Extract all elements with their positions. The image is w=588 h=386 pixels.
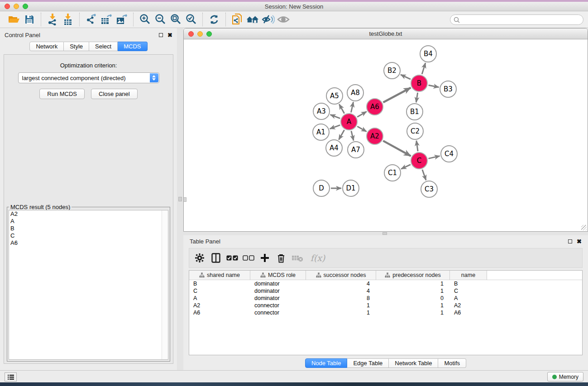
zoom-fit-icon[interactable] (169, 13, 182, 26)
table-cell[interactable]: dominator (250, 280, 306, 287)
show-all-networks-icon[interactable] (246, 13, 259, 26)
table-cell[interactable]: A (189, 295, 250, 302)
graph-edge-A2-C[interactable] (383, 141, 411, 156)
graph-node-A[interactable]: A (340, 113, 358, 130)
graph-edge-A-A7[interactable] (351, 131, 354, 140)
table-cell[interactable]: 0 (376, 295, 450, 302)
graph-node-B1[interactable]: B1 (406, 103, 423, 120)
export-network-icon[interactable] (84, 13, 98, 26)
save-session-icon[interactable] (23, 13, 36, 26)
scrollbar[interactable] (162, 210, 168, 359)
delete-column-icon[interactable] (274, 251, 288, 265)
network-window-title-bar[interactable]: testGlobe.txt (184, 29, 588, 39)
float-panel-icon[interactable] (568, 239, 572, 243)
graph-edge-B-B2[interactable] (401, 75, 411, 79)
table-cell[interactable]: 4 (306, 280, 376, 287)
graph-edge-B-B4[interactable] (422, 63, 425, 74)
graph-node-B3[interactable]: B3 (440, 81, 457, 98)
table-cell[interactable]: 1 (306, 309, 376, 316)
table-cell[interactable]: 1 (376, 280, 450, 287)
graph-edge-B-B1[interactable] (416, 93, 417, 103)
graph-node-A2[interactable]: A2 (366, 128, 383, 145)
graph-node-C2[interactable]: C2 (406, 123, 424, 140)
graph-edge-A-A5[interactable] (339, 104, 344, 113)
graph-node-A5[interactable]: A5 (326, 87, 343, 105)
table-cell[interactable]: dominator (250, 295, 306, 302)
horizontal-splitter[interactable] (183, 232, 588, 235)
graph-edge-B-B3[interactable] (429, 85, 439, 87)
tab-style[interactable]: Style (64, 42, 89, 51)
table-cell[interactable]: A2 (189, 302, 250, 309)
memory-button[interactable]: Memory (547, 372, 583, 381)
import-table-icon[interactable] (61, 13, 75, 26)
table-row[interactable]: Cdominator41C (189, 287, 582, 295)
graph-edge-A-A8[interactable] (351, 102, 353, 113)
graph-node-B[interactable]: B (411, 75, 428, 92)
zoom-out-icon[interactable] (153, 13, 167, 26)
split-panel-icon[interactable] (209, 251, 223, 265)
column-header-successor-nodes[interactable]: successor nodes (306, 271, 376, 280)
mcds-result-item[interactable]: B (9, 225, 168, 232)
criterion-dropdown[interactable]: largest connected component (directed) (18, 72, 159, 83)
tab-edge-table[interactable]: Edge Table (347, 358, 389, 368)
graph-edge-C-C1[interactable] (401, 165, 411, 169)
new-session-from-network-icon[interactable] (230, 13, 244, 26)
tab-motifs[interactable]: Motifs (438, 358, 466, 368)
graph-edge-C-C4[interactable] (428, 156, 440, 159)
graph-edge-A6-B[interactable] (383, 88, 411, 102)
table-cell[interactable]: 1 (376, 287, 450, 295)
graph-node-D[interactable]: D (313, 180, 330, 197)
splitter-handle[interactable] (178, 197, 182, 201)
settings-gear-icon[interactable] (193, 251, 206, 265)
task-history-button[interactable] (5, 372, 17, 381)
mcds-result-item[interactable]: C (9, 232, 168, 239)
graph-edge-C-C3[interactable] (422, 170, 426, 180)
float-panel-icon[interactable] (159, 33, 163, 37)
open-session-icon[interactable] (7, 13, 21, 26)
tab-select[interactable]: Select (89, 42, 118, 51)
graph-node-C4[interactable]: C4 (440, 145, 458, 162)
table-cell[interactable]: C (189, 287, 250, 295)
mcds-result-item[interactable]: A2 (9, 210, 168, 218)
network-canvas[interactable]: B4B2BB3A8A5A6A3B1AC2A1A2A4A7C4CC1C3DD1 (184, 39, 588, 231)
graph-node-D1[interactable]: D1 (342, 180, 359, 197)
graph-node-B4[interactable]: B4 (420, 45, 437, 62)
table-row[interactable]: A6connector11A6 (189, 309, 582, 316)
refresh-icon[interactable] (207, 13, 221, 26)
graph-edge-A-A4[interactable] (339, 130, 344, 139)
node-table[interactable]: shared nameMCDS rolesuccessor nodesprede… (189, 270, 583, 355)
table-cell[interactable]: B (189, 280, 250, 287)
graph-node-C[interactable]: C (411, 152, 428, 169)
close-panel-icon[interactable]: ✖ (577, 239, 582, 243)
tab-network[interactable]: Network (29, 42, 64, 51)
graph-node-B2[interactable]: B2 (383, 62, 401, 79)
table-cell[interactable]: 1 (376, 302, 450, 309)
table-cell[interactable]: dominator (250, 287, 306, 295)
tab-network-table[interactable]: Network Table (389, 358, 438, 368)
splitter-handle[interactable] (382, 232, 387, 235)
select-all-icon[interactable] (225, 251, 239, 265)
table-cell[interactable]: connector (250, 309, 306, 316)
graph-node-A6[interactable]: A6 (366, 98, 383, 115)
close-panel-icon[interactable]: ✖ (167, 33, 172, 37)
graph-edge-A-A3[interactable] (330, 114, 340, 118)
table-cell[interactable]: A6 (189, 309, 250, 316)
table-cell[interactable]: B (450, 280, 487, 287)
import-network-icon[interactable] (46, 13, 59, 26)
canvas-handle[interactable] (184, 197, 186, 202)
vertical-splitter[interactable] (177, 28, 183, 370)
column-header-MCDS-role[interactable]: MCDS role (250, 271, 306, 280)
zoom-in-icon[interactable] (138, 13, 152, 26)
graph-edge-A-A2[interactable] (357, 126, 366, 131)
table-cell[interactable]: 1 (376, 309, 450, 316)
table-row[interactable]: A2connector11A2 (189, 302, 582, 309)
column-header-name[interactable]: name (450, 271, 487, 280)
mcds-result-item[interactable]: A6 (9, 239, 168, 247)
table-cell[interactable]: A6 (450, 309, 487, 316)
close-panel-button[interactable]: Close panel (91, 89, 138, 99)
mcds-result-list[interactable]: A2ABCA6 (9, 210, 168, 360)
deselect-all-icon[interactable] (242, 251, 255, 265)
tab-mcds[interactable]: MCDS (118, 42, 147, 51)
table-row[interactable]: Bdominator41B (189, 280, 582, 287)
graph-edge-A-A6[interactable] (357, 112, 367, 117)
